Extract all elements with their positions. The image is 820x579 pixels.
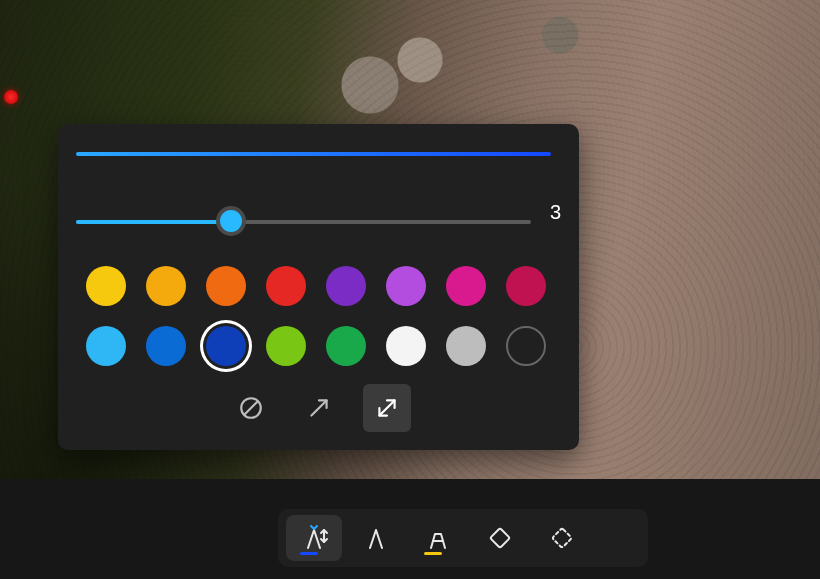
color-swatches — [76, 256, 556, 376]
annotation-toolbar — [278, 509, 648, 567]
eraser-tool[interactable] — [472, 515, 528, 561]
crop-tool[interactable] — [534, 515, 590, 561]
color-swatch[interactable] — [86, 266, 126, 306]
slider-fill — [76, 220, 231, 224]
arrow-tip-options — [58, 384, 579, 432]
color-swatch[interactable] — [206, 326, 246, 366]
color-swatch[interactable] — [386, 326, 426, 366]
color-swatch[interactable] — [386, 266, 426, 306]
highlighter-tool[interactable] — [410, 515, 466, 561]
color-swatch[interactable] — [206, 266, 246, 306]
color-swatch[interactable] — [266, 266, 306, 306]
svg-line-3 — [379, 400, 394, 415]
red-berry — [4, 90, 18, 104]
svg-line-1 — [244, 402, 257, 415]
svg-line-2 — [311, 400, 326, 415]
svg-rect-6 — [490, 528, 510, 548]
color-swatch[interactable] — [446, 266, 486, 306]
tool-accent — [300, 552, 318, 555]
color-swatch[interactable] — [326, 266, 366, 306]
tip-single-arrow[interactable] — [295, 384, 343, 432]
thickness-value: 3 — [550, 201, 561, 224]
pen-tool[interactable] — [286, 515, 342, 561]
tip-none[interactable] — [227, 384, 275, 432]
color-swatch[interactable] — [326, 326, 366, 366]
stroke-preview — [76, 152, 551, 156]
thickness-slider[interactable] — [76, 204, 531, 240]
tip-double-arrow[interactable] — [363, 384, 411, 432]
color-swatch[interactable] — [146, 266, 186, 306]
color-swatch[interactable] — [266, 326, 306, 366]
color-swatch[interactable] — [446, 326, 486, 366]
tool-accent — [424, 552, 442, 555]
color-swatch[interactable] — [506, 266, 546, 306]
pen-settings-popup: 3 — [58, 124, 579, 450]
pen-plain-tool[interactable] — [348, 515, 404, 561]
svg-rect-7 — [552, 528, 572, 548]
color-swatch[interactable] — [146, 326, 186, 366]
bottom-bar — [0, 479, 820, 579]
slider-thumb[interactable] — [220, 210, 242, 232]
color-swatch[interactable] — [86, 326, 126, 366]
color-swatch[interactable] — [506, 326, 546, 366]
